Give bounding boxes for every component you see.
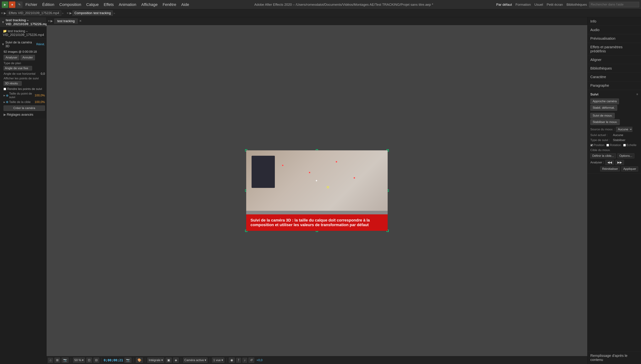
- suivi-actuel-label: Suivi actuel :: [590, 133, 612, 137]
- section-content-camera: 92 images @ 0:00:09:18 Analyser Annuler …: [2, 49, 45, 118]
- app-icon-pen[interactable]: ✎: [16, 2, 23, 8]
- cancel-btn[interactable]: Annuler: [21, 55, 35, 60]
- right-item-bibliotheques[interactable]: Bibliothèques: [587, 64, 641, 73]
- menu-effets[interactable]: Effets: [102, 2, 116, 7]
- right-item-audio[interactable]: Audio: [587, 26, 641, 34]
- viewer-safe-btn[interactable]: ⊟: [93, 358, 99, 363]
- viewer-res-btn[interactable]: ▣: [166, 358, 172, 363]
- search-input[interactable]: [589, 2, 639, 7]
- viewer-sep-2: [101, 358, 102, 362]
- effets-tab[interactable]: Effets VID_20210109_175226.mp4: [7, 10, 61, 16]
- camera-dropdown[interactable]: Caméra active ▾: [183, 358, 208, 363]
- source-mouv-select[interactable]: Aucune: [616, 127, 632, 132]
- menu-affichage[interactable]: Affichage: [139, 2, 160, 7]
- echelle-checkbox[interactable]: [623, 144, 626, 146]
- comp-expand-icon[interactable]: »: [114, 12, 115, 15]
- taille-cible-expand[interactable]: ▶: [4, 101, 5, 103]
- viewer-fit-btn[interactable]: ⊡: [86, 358, 92, 363]
- ws-par-defaut[interactable]: Par défaut: [496, 3, 512, 6]
- options-btn[interactable]: Options...: [617, 154, 634, 158]
- right-item-info[interactable]: Info: [587, 17, 641, 26]
- ws-formation[interactable]: Formation: [516, 3, 531, 6]
- viewer-color-btn[interactable]: 🎨: [136, 358, 143, 363]
- analyser-prev-btn[interactable]: ◀◀: [605, 160, 614, 165]
- app-icon-go[interactable]: ▶: [2, 2, 8, 8]
- creer-camera-btn[interactable]: Créer la caméra: [4, 106, 45, 111]
- creer-camera-row: Créer la caméra: [4, 104, 45, 112]
- approche-camera-btn[interactable]: Approche caméra: [590, 98, 619, 104]
- viewer-home-btn[interactable]: ⌂: [48, 358, 53, 363]
- afficher-select-row: 3D résolu: [4, 81, 45, 87]
- menu-edition[interactable]: Édition: [40, 2, 56, 7]
- analyze-btn[interactable]: Analyser: [4, 55, 19, 60]
- menu-animation[interactable]: Animation: [117, 2, 138, 7]
- taille-point-expand[interactable]: ▶: [4, 94, 5, 97]
- comp-nav-arrow[interactable]: ▶: [51, 19, 53, 23]
- viewer-audio-btn[interactable]: ♪: [243, 358, 247, 363]
- viewer-snapshot-btn[interactable]: 📷: [124, 358, 131, 363]
- viewer-render-btn[interactable]: ◉: [229, 358, 235, 363]
- panel-collapse-icon[interactable]: ▼: [2, 20, 5, 24]
- rotation-checkbox[interactable]: [606, 144, 609, 146]
- file-bar: ≡ ▶ Effets VID_20210109_175226.mp4 » ≡ ▶…: [0, 9, 641, 17]
- viewer-camera-btn[interactable]: 📷: [62, 358, 69, 363]
- reinit-apply-row: Réinitialiser Appliquer: [589, 166, 639, 172]
- rendre-checkbox[interactable]: [4, 88, 6, 90]
- menu-composition[interactable]: Composition: [57, 2, 83, 7]
- stabiliser-mouv-btn[interactable]: Stabiliser le mouv.: [590, 119, 620, 125]
- type-suivi-value: Stabiliser: [613, 138, 625, 142]
- comp-icon: ≡: [48, 19, 50, 23]
- suivi-mouv-btn[interactable]: Suivi de mouv.: [590, 113, 615, 118]
- menu-calque[interactable]: Calque: [84, 2, 101, 7]
- ws-petit-ecran[interactable]: Petit écran: [547, 3, 563, 6]
- resolution-dropdown[interactable]: Intégrale ▾: [147, 358, 164, 363]
- rendre-label: Rendre les points de suivi: [7, 87, 42, 91]
- menu-fichier[interactable]: Fichier: [23, 2, 39, 7]
- viewer-export-btn[interactable]: ⤴: [236, 358, 241, 363]
- suivi-menu-icon[interactable]: ≡: [636, 92, 638, 96]
- taille-point-value[interactable]: 100,0%: [35, 94, 45, 97]
- ws-usuel[interactable]: Usuel: [534, 3, 543, 6]
- right-item-previsualisation[interactable]: Prévisualisation: [587, 34, 641, 43]
- taille-point-label: Taille du point de suivi: [9, 92, 35, 99]
- comp-tab-title: test tracking: [93, 11, 111, 15]
- menu-fenetre[interactable]: Fenêtre: [160, 2, 178, 7]
- reglages-header[interactable]: ▶ Réglages avancés: [4, 112, 45, 117]
- app-icon-stop[interactable]: ■: [9, 2, 16, 8]
- viewer-grid-btn[interactable]: ⊞: [54, 358, 60, 363]
- zoom-dropdown[interactable]: 50 % ▾: [73, 358, 85, 363]
- angle-value: 0,0: [41, 72, 45, 76]
- viewer-loop-btn[interactable]: ↺: [249, 358, 254, 363]
- viewer-quality-btn[interactable]: ◈: [173, 358, 179, 363]
- suivi-title: Suivi: [590, 92, 598, 96]
- taille-cible-value[interactable]: 100,0%: [35, 100, 45, 104]
- comp-tab-viewer[interactable]: test tracking: [54, 18, 78, 24]
- reinitialiser-btn[interactable]: Réinitialiser: [600, 166, 620, 172]
- right-item-paragraphe[interactable]: Paragraphe: [587, 81, 641, 90]
- afficher-select[interactable]: 3D résolu: [4, 81, 22, 86]
- suivi-header: Suivi ≡: [589, 91, 639, 98]
- appliquer-btn[interactable]: Appliquer: [621, 166, 638, 172]
- ws-bibliotheques[interactable]: Bibliothèques: [566, 3, 587, 6]
- comp-tab-main[interactable]: Composition test tracking: [73, 10, 113, 16]
- views-dropdown[interactable]: 1 vue ▾: [212, 358, 224, 363]
- define-cible-btn[interactable]: Définir la cible...: [590, 154, 616, 158]
- echelle-label: Echelle: [626, 144, 636, 147]
- right-item-aligner[interactable]: Aligner: [587, 56, 641, 64]
- suivi-actuel-row: Suivi actuel : Aucune: [589, 133, 639, 138]
- expand-icon[interactable]: »: [62, 12, 64, 15]
- reinit-btn[interactable]: Réinit.: [36, 42, 45, 46]
- type-plan-select[interactable]: Angle de vue fixe: [4, 66, 32, 70]
- section-header-camera[interactable]: ▼ Suivi de la caméra 3D Réinit.: [2, 40, 45, 49]
- menu-aide[interactable]: Aide: [179, 2, 191, 7]
- right-item-caractere[interactable]: Caractère: [587, 73, 641, 81]
- analyser-next-btn[interactable]: ▶▶: [615, 160, 624, 165]
- position-checkbox[interactable]: [590, 144, 593, 146]
- file-item-project[interactable]: 📁 test tracking – VID_20210109_175226.mp…: [2, 28, 45, 38]
- resolution-chevron: ▾: [161, 358, 163, 362]
- remplissage-item[interactable]: Remplissage d'après le contenu: [587, 351, 641, 364]
- stabil-deformat-btn[interactable]: Stabil. déformat.: [590, 105, 617, 111]
- comp-tab-close[interactable]: ✕: [79, 19, 82, 23]
- right-item-effets[interactable]: Effets et paramètres prédéfinis: [587, 43, 641, 56]
- comp-viewer[interactable]: ✦ Suivi de la caméra 3D : la taille du c…: [47, 25, 587, 356]
